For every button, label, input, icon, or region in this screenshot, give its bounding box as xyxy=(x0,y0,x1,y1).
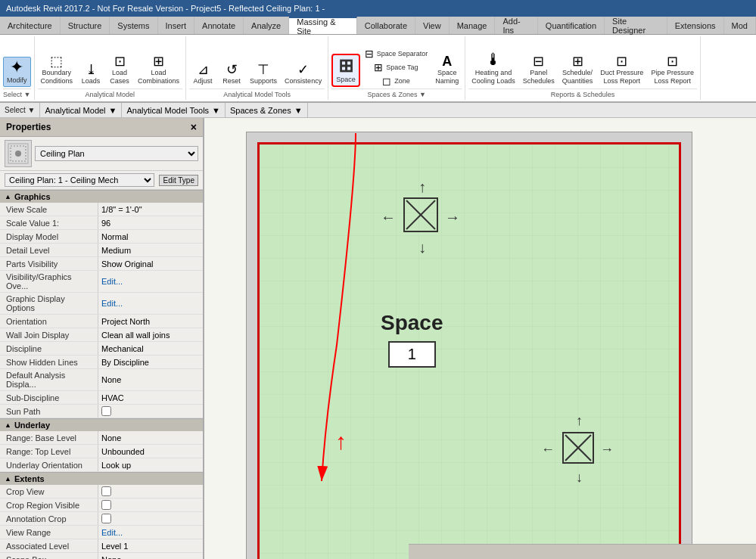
tools-cmd: Analytical Model Tools ▼ xyxy=(122,103,226,117)
select-dropdown[interactable]: Select ▼ xyxy=(5,106,35,114)
ribbon-group-spaces-buttons: ⊞ Space ⊟ Space Separator ⊞ Space Tag ◻ … xyxy=(331,38,462,87)
discipline-value[interactable]: Mechanical xyxy=(98,342,203,355)
tab-manage[interactable]: Manage xyxy=(450,17,496,34)
ribbon-tabs: Architecture Structure Systems Insert An… xyxy=(0,17,756,35)
drawing-area[interactable]: ↑ ↓ ← → Space 1 xyxy=(257,142,681,559)
underlay-orientation-value[interactable]: Look up xyxy=(98,458,203,471)
tab-extensions[interactable]: Extensions xyxy=(667,17,724,34)
detail-level-value[interactable]: Medium xyxy=(98,244,203,256)
view-scale-value[interactable]: 1/8" = 1'-0" xyxy=(98,203,203,216)
space-label-area: Space 1 xyxy=(381,311,443,368)
vis-graphics-edit[interactable]: Edit... xyxy=(101,277,123,286)
tab-massing-site[interactable]: Massing & Site xyxy=(289,17,357,34)
tab-collaborate[interactable]: Collaborate xyxy=(357,17,415,34)
properties-title: Properties xyxy=(6,122,51,132)
tools-cmd-dropdown[interactable]: ▼ xyxy=(212,106,220,115)
pipe-pressure-button[interactable]: ⊡ Pipe PressureLoss Report xyxy=(648,53,697,87)
range-base-value[interactable]: None xyxy=(98,431,203,444)
crop-view-checkbox[interactable] xyxy=(101,486,111,496)
graphics-section-header[interactable]: Graphics xyxy=(0,190,203,203)
arrow-up-1: ↑ xyxy=(418,179,426,196)
scope-box-value[interactable]: None xyxy=(98,553,203,559)
space-tag-button[interactable]: ⊞ Space Tag xyxy=(362,61,431,73)
reset-button[interactable]: ↺ Reset xyxy=(218,61,245,87)
tab-insert[interactable]: Insert xyxy=(158,17,195,34)
schedule-quantities-button[interactable]: ⊞ Schedule/Quantities xyxy=(559,53,596,87)
wall-join-value[interactable]: Clean all wall joins xyxy=(98,328,203,341)
sub-discipline-value[interactable]: HVAC xyxy=(98,391,203,404)
range-base-label: Range: Base Level xyxy=(0,431,98,444)
consistency-button[interactable]: ✓ Consistency xyxy=(282,61,325,87)
crop-view-value xyxy=(98,485,203,498)
type-dropdown[interactable]: Ceiling Plan xyxy=(35,146,198,161)
range-top-value[interactable]: Unbounded xyxy=(98,445,203,458)
space-naming-button[interactable]: A SpaceNaming xyxy=(432,53,462,87)
view-range-label: View Range xyxy=(0,526,98,539)
space-button[interactable]: ⊞ Space xyxy=(331,54,360,87)
ribbon-group-analytical-tools-buttons: ⊿ Adjust ↺ Reset ⊤ Supports ✓ Consistenc… xyxy=(189,38,325,87)
canvas-area[interactable]: ↑ ↓ ← → Space 1 xyxy=(204,118,756,559)
view-range-edit[interactable]: Edit... xyxy=(101,528,123,537)
space-symbol-2[interactable]: ↑ ↓ ← → xyxy=(562,432,594,464)
sun-path-checkbox[interactable] xyxy=(101,406,111,416)
tab-architecture[interactable]: Architecture xyxy=(0,17,61,34)
tab-mod[interactable]: Mod xyxy=(724,17,756,34)
graphic-display-edit[interactable]: Edit... xyxy=(101,299,123,308)
edit-type-button[interactable]: Edit Type xyxy=(159,175,198,186)
ribbon-group-analytical-buttons: ⬚ BoundaryConditions ⤓ Loads ⊡ LoadCases… xyxy=(38,38,183,87)
load-cases-button[interactable]: ⊡ LoadCases xyxy=(106,53,133,87)
boundary-conditions-button[interactable]: ⬚ BoundaryConditions xyxy=(38,53,76,87)
modify-button[interactable]: ✦ Modify xyxy=(3,57,31,87)
zone-button[interactable]: ◻ Zone xyxy=(362,75,431,87)
loads-button[interactable]: ⤓ Loads xyxy=(77,61,104,87)
sub-discipline-label: Sub-Discipline xyxy=(0,391,98,404)
orientation-value[interactable]: Project North xyxy=(98,315,203,328)
analytical-cmd-dropdown[interactable]: ▼ xyxy=(109,106,117,115)
supports-button[interactable]: ⊤ Supports xyxy=(247,61,280,87)
associated-level-value[interactable]: Level 1 xyxy=(98,539,203,552)
prop-associated-level: Associated Level Level 1 xyxy=(0,539,203,553)
heating-cooling-button[interactable]: 🌡 Heating andCooling Loads xyxy=(468,50,518,87)
tab-structure[interactable]: Structure xyxy=(61,17,110,34)
default-analysis-value[interactable]: None xyxy=(98,369,203,390)
tab-addins[interactable]: Add-Ins xyxy=(495,17,537,34)
duct-pressure-label: Duct PressureLoss Report xyxy=(600,69,643,85)
space-icon: ⊞ xyxy=(338,57,353,75)
crop-region-checkbox[interactable] xyxy=(101,500,111,510)
prop-graphic-display: Graphic Display Options Edit... xyxy=(0,293,203,315)
underlay-section-header[interactable]: Underlay xyxy=(0,418,203,431)
adjust-button[interactable]: ⊿ Adjust xyxy=(189,61,216,87)
space-symbol-1[interactable]: ↑ ↓ ← → xyxy=(403,197,438,232)
space-separator-button[interactable]: ⊟ Space Separator xyxy=(362,48,431,60)
scope-box-label: Scope Box xyxy=(0,553,98,559)
panel-schedules-button[interactable]: ⊟ PanelSchedules xyxy=(520,53,558,87)
load-cases-icon: ⊡ xyxy=(114,54,126,68)
load-combinations-button[interactable]: ⊞ LoadCombinations xyxy=(135,53,182,87)
analytical-cmd: Analytical Model ▼ xyxy=(40,103,122,117)
duct-pressure-button[interactable]: ⊡ Duct PressureLoss Report xyxy=(597,53,646,87)
tab-annotate[interactable]: Annotate xyxy=(194,17,244,34)
scale-value-val[interactable]: 96 xyxy=(98,216,203,229)
prop-display-model: Display Model Normal xyxy=(0,230,203,244)
arrow-left-1: ← xyxy=(381,209,396,226)
extents-section-header[interactable]: Extents xyxy=(0,472,203,485)
close-button[interactable]: × xyxy=(191,121,197,133)
tab-systems[interactable]: Systems xyxy=(110,17,157,34)
annotation-crop-checkbox[interactable] xyxy=(101,514,111,523)
display-model-value[interactable]: Normal xyxy=(98,230,203,243)
view-select[interactable]: Ceiling Plan: 1 - Ceiling Mech xyxy=(5,173,154,187)
spaces-cmd-dropdown[interactable]: ▼ xyxy=(294,106,303,115)
tab-analyze[interactable]: Analyze xyxy=(244,17,289,34)
prop-scale-value: Scale Value 1: 96 xyxy=(0,216,203,230)
vis-graphics-value[interactable]: Edit... xyxy=(98,271,203,292)
graphic-display-value[interactable]: Edit... xyxy=(98,293,203,314)
adjust-label: Adjust xyxy=(194,77,213,85)
view-range-value[interactable]: Edit... xyxy=(98,526,203,539)
sun-path-label: Sun Path xyxy=(0,405,98,418)
tab-site-designer[interactable]: Site Designer xyxy=(605,17,667,34)
tab-quantification[interactable]: Quantification xyxy=(538,17,605,34)
title-bar: Autodesk Revit 2017.2 - Not For Resale V… xyxy=(0,0,756,17)
parts-visibility-value[interactable]: Show Original xyxy=(98,257,203,270)
hidden-lines-value[interactable]: By Discipline xyxy=(98,356,203,368)
tab-view[interactable]: View xyxy=(415,17,450,34)
